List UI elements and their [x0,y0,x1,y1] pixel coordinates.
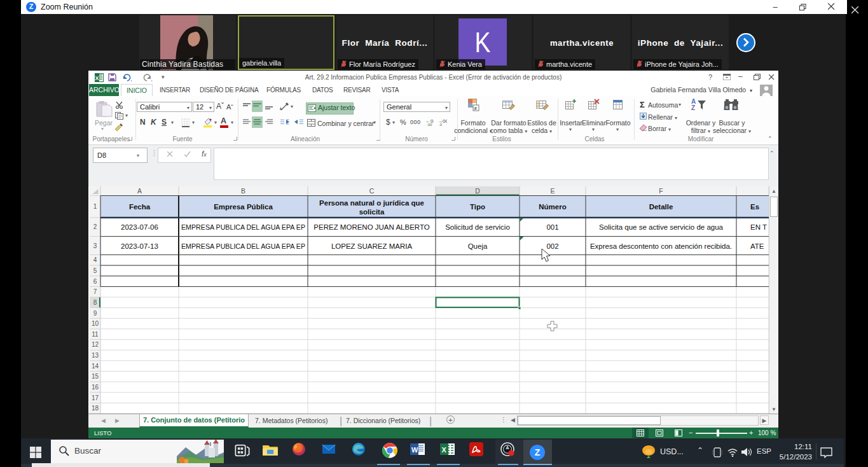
svg-text:≠: ≠ [474,106,478,111]
svg-text:002: 002 [546,242,558,250]
svg-text:2023-07-13: 2023-07-13 [121,242,158,250]
svg-text:9: 9 [93,310,97,317]
svg-text:18: 18 [92,405,99,412]
svg-text:EN T: EN T [750,223,767,231]
svg-text:16: 16 [92,384,99,391]
svg-text:Número: Número [539,203,566,211]
svg-text:Queja: Queja [468,242,488,250]
svg-text:Persona natural o jurídica que: Persona natural o jurídica que [319,199,424,207]
svg-text:W: W [411,446,418,454]
svg-text:X: X [442,446,447,454]
svg-text:Detalle: Detalle [649,203,673,211]
svg-text:001: 001 [546,223,558,231]
svg-text:11: 11 [92,331,99,338]
svg-text:Empresa Pública: Empresa Pública [214,203,273,211]
svg-text:10: 10 [92,320,99,327]
svg-text:EMPRESA PUBLICA DEL AGUA EPA E: EMPRESA PUBLICA DEL AGUA EPA EP [181,242,305,250]
svg-text:LOPEZ SUAREZ MARIA: LOPEZ SUAREZ MARIA [331,242,412,250]
svg-text:17: 17 [92,394,99,401]
svg-text:EMPRESA PUBLICA DEL AGUA EPA E: EMPRESA PUBLICA DEL AGUA EPA EP [181,223,305,231]
svg-text:solicita: solicita [359,208,385,216]
svg-text:2023-07-06: 2023-07-06 [121,223,158,231]
svg-text:Fecha: Fecha [129,203,151,211]
svg-text:7: 7 [93,288,97,295]
svg-text:4: 4 [93,256,97,263]
svg-text:12: 12 [92,341,99,348]
svg-text:F: F [659,187,663,195]
svg-text:13: 13 [92,352,99,359]
svg-text:.0: .0 [439,123,443,126]
svg-text:1: 1 [93,203,97,210]
svg-text:6: 6 [93,278,97,285]
svg-text:Solicitud de servicio: Solicitud de servicio [445,223,510,231]
svg-text:3: 3 [93,242,97,249]
svg-text:2: 2 [93,223,97,230]
svg-text:D: D [475,187,480,195]
svg-text:A: A [137,187,142,195]
svg-text:C: C [369,187,375,195]
svg-text:Tipo: Tipo [470,203,485,211]
svg-text:Es: Es [750,203,759,211]
svg-text:5: 5 [93,267,97,274]
svg-text:Solicita que se active servici: Solicita que se active servicio de agua [599,223,724,231]
svg-text:Expresa descontento con atenci: Expresa descontento con atención recibid… [590,242,732,250]
svg-text:15: 15 [92,373,99,380]
svg-text:14: 14 [92,363,99,370]
svg-text:8: 8 [93,299,97,306]
svg-text:ATE: ATE [750,242,764,250]
svg-text:PEREZ MORENO JUAN ALBERTO: PEREZ MORENO JUAN ALBERTO [313,223,429,231]
svg-text:.00: .00 [427,123,432,126]
svg-text:E: E [550,187,555,195]
svg-text:B: B [241,187,245,195]
